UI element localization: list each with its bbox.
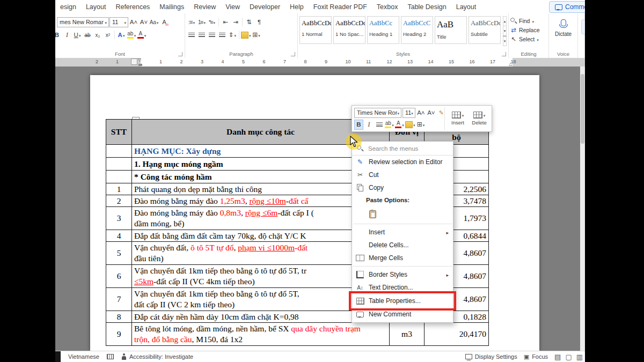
font-size-combo[interactable]: 11: [109, 17, 128, 27]
keyboard-indicator[interactable]: [107, 354, 114, 359]
menu-item-text-direction[interactable]: Text Direction...: [352, 281, 453, 294]
menu-item-review-selection-in-editor[interactable]: Review selection in Editor: [352, 156, 453, 168]
language-indicator[interactable]: Vietnamese: [68, 353, 99, 360]
bullets-button[interactable]: [187, 17, 196, 27]
grow-font-button[interactable]: [129, 17, 138, 27]
mini-font-size-combo[interactable]: 11: [402, 108, 415, 118]
highlight-color-button[interactable]: ab: [127, 30, 136, 40]
print-layout-button[interactable]: [565, 353, 572, 361]
tab-selector[interactable]: [131, 58, 137, 65]
show-formatting-marks-button[interactable]: [254, 17, 264, 27]
align-center-button[interactable]: [197, 30, 207, 40]
mini-italic-button[interactable]: [364, 120, 374, 130]
insert-cells-button[interactable]: Insert: [448, 107, 467, 130]
menu-item-cut[interactable]: Cut: [352, 168, 453, 181]
tab-esign[interactable]: esign: [55, 1, 81, 13]
desc-segment: phạm vi ≤1000m: [238, 243, 295, 252]
style-heading-2[interactable]: AaBbCcCHeading 2: [401, 16, 433, 44]
style-heading-1[interactable]: AaBbCcHeading 1: [367, 16, 399, 44]
comments-button[interactable]: Comments: [549, 1, 585, 13]
tab-layout[interactable]: Layout: [451, 1, 481, 13]
menu-item-insert[interactable]: Insert: [352, 226, 453, 239]
style-subtitle[interactable]: AaBbCcDdSubtitle: [469, 16, 501, 44]
web-layout-button[interactable]: [576, 353, 583, 361]
justify-button[interactable]: [217, 30, 227, 40]
find-button[interactable]: Find: [510, 16, 547, 25]
font-dialog-launcher[interactable]: [178, 52, 182, 56]
mini-list-button[interactable]: [375, 120, 384, 130]
dictate-button[interactable]: Dictate: [551, 16, 576, 37]
style-1-normal[interactable]: AaBbCcDd1 Normal: [299, 16, 332, 44]
select-button[interactable]: Select: [510, 34, 547, 43]
mini-borders-button[interactable]: [416, 120, 426, 130]
clear-formatting-button[interactable]: [159, 17, 169, 27]
tab-help[interactable]: Help: [285, 1, 309, 13]
menu-item-border-styles[interactable]: Border Styles: [352, 268, 453, 281]
mini-shading-button[interactable]: [405, 120, 415, 130]
mini-grow-font-button[interactable]: [416, 108, 426, 118]
gallery-scroll-down-button[interactable]: [503, 26, 507, 36]
strikethrough-button[interactable]: [83, 30, 92, 40]
gallery-scroll-up-button[interactable]: [503, 16, 507, 26]
menu-item-table-properties[interactable]: Table Properties...: [352, 294, 453, 308]
bold-button[interactable]: [55, 30, 62, 40]
replace-button[interactable]: Replace: [510, 25, 547, 34]
italic-button[interactable]: [62, 30, 72, 40]
first-line-indent-marker[interactable]: [138, 58, 141, 62]
display-settings-button[interactable]: Display Settings: [465, 353, 517, 360]
menu-search-input[interactable]: [367, 145, 448, 152]
change-case-button[interactable]: [149, 17, 159, 27]
paragraph-dialog-launcher[interactable]: [291, 52, 295, 56]
align-right-button[interactable]: [207, 30, 217, 40]
tab-review[interactable]: Review: [189, 1, 221, 13]
styles-dialog-launcher[interactable]: [502, 52, 506, 56]
font-color-button[interactable]: A: [137, 30, 147, 40]
borders-button[interactable]: [252, 30, 261, 40]
subscript-button[interactable]: [93, 30, 103, 40]
read-mode-button[interactable]: [554, 353, 561, 361]
superscript-button[interactable]: [103, 30, 113, 40]
font-name-combo[interactable]: mes New Romar: [57, 17, 109, 27]
mini-font-name-combo[interactable]: Times New Ror: [354, 108, 401, 118]
ruler[interactable]: 21123456789101112131415161718: [55, 58, 585, 67]
menu-item-merge-cells[interactable]: Merge Cells: [352, 252, 453, 264]
tab-references[interactable]: References: [111, 1, 155, 13]
underline-button[interactable]: [72, 30, 82, 40]
tab-texbox[interactable]: Texbox: [372, 1, 403, 13]
text-effects-button[interactable]: [116, 30, 126, 40]
align-left-button[interactable]: [187, 30, 196, 40]
tab-layout[interactable]: Layout: [81, 1, 111, 13]
tab-developer[interactable]: Developer: [245, 1, 285, 13]
accessibility-status[interactable]: Accessibility: Investigate: [121, 353, 193, 360]
style-title[interactable]: AaBTitle: [435, 16, 467, 44]
tab-foxit-reader-pdf[interactable]: Foxit Reader PDF: [309, 1, 372, 13]
paste-option-button[interactable]: [366, 208, 379, 220]
editor-icon[interactable]: [581, 19, 585, 34]
mini-shrink-font-button[interactable]: [427, 108, 436, 118]
style-1-no-spac[interactable]: AaBbCcDd1 No Spac...: [333, 16, 365, 44]
paste-options-row: [352, 206, 453, 222]
line-spacing-button[interactable]: [228, 30, 237, 40]
gallery-more-button[interactable]: [503, 36, 507, 46]
decrease-indent-button[interactable]: [221, 17, 230, 27]
vertical-scrollbar[interactable]: [580, 67, 585, 351]
menu-item-copy[interactable]: Copy: [352, 181, 453, 194]
mini-bold-button[interactable]: [354, 120, 363, 130]
focus-button[interactable]: Focus: [524, 353, 548, 360]
left-indent-marker[interactable]: [138, 64, 142, 66]
menu-item-new-comment[interactable]: New Comment: [352, 308, 453, 321]
mini-highlight-button[interactable]: ab: [385, 120, 394, 130]
shading-button[interactable]: [241, 30, 251, 40]
delete-cells-button[interactable]: Delete: [470, 107, 489, 130]
shrink-font-button[interactable]: [139, 17, 149, 27]
tab-mailings[interactable]: Mailings: [155, 1, 189, 13]
sort-button[interactable]: [244, 17, 254, 27]
numbering-button[interactable]: [197, 17, 207, 27]
mini-font-color-button[interactable]: A: [395, 120, 404, 130]
scrollbar-thumb[interactable]: [581, 74, 584, 144]
menu-item-delete-cells[interactable]: Delete Cells...: [352, 239, 453, 252]
tab-table-design[interactable]: Table Design: [402, 1, 451, 13]
tab-view[interactable]: View: [221, 1, 245, 13]
increase-indent-button[interactable]: [231, 17, 240, 27]
multilevel-list-button[interactable]: [207, 17, 217, 27]
